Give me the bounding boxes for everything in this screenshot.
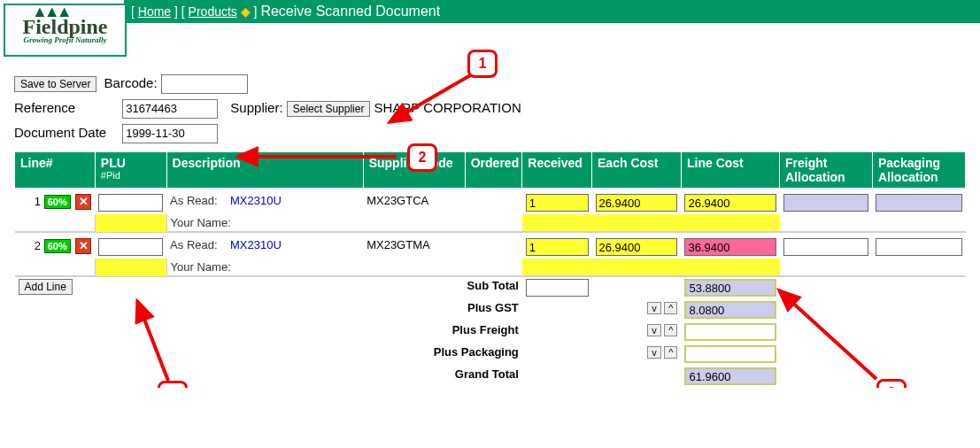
logo: ▲▲▲ Fieldpine Growing Profit Naturally: [4, 4, 127, 57]
freight-alloc-input[interactable]: [783, 238, 869, 256]
document-date-input[interactable]: [122, 124, 218, 143]
gst-up-button[interactable]: ^: [664, 302, 677, 314]
packaging-alloc-input[interactable]: [876, 238, 961, 256]
line-number: 2: [35, 239, 41, 252]
document-date-label: Document Date: [14, 121, 119, 144]
packaging-down-button[interactable]: v: [647, 346, 661, 359]
plu-input[interactable]: [98, 194, 163, 212]
col-description: Description: [166, 152, 363, 189]
line-number: 1: [35, 195, 41, 208]
table-header-row: Line# PLU#Pid Description Supplier Code …: [15, 152, 966, 189]
select-supplier-button[interactable]: Select Supplier: [287, 101, 371, 117]
logo-tagline: Growing Profit Naturally: [5, 35, 125, 44]
barcode-input[interactable]: [161, 74, 248, 94]
supplier-code: MX23GTCA: [363, 189, 465, 214]
reference-input[interactable]: [122, 99, 218, 119]
barcode-label: Barcode:: [104, 72, 158, 95]
col-supplier-code: Supplier Code: [363, 152, 465, 189]
as-read-label: As Read:: [170, 194, 217, 207]
received-input[interactable]: [526, 194, 589, 212]
table-row: Your Name:: [15, 214, 966, 233]
packaging-label: Plus Packaging: [363, 344, 522, 366]
subtotal-input[interactable]: [526, 279, 589, 297]
match-pct-badge: 60%: [44, 195, 71, 209]
as-read-label: As Read:: [170, 238, 217, 251]
your-name-label: Your Name:: [171, 216, 231, 229]
save-to-server-button[interactable]: Save to Server: [14, 76, 96, 92]
freight-down-button[interactable]: v: [647, 324, 661, 336]
freight-label: Plus Freight: [363, 321, 522, 344]
products-icon: ◆: [241, 4, 251, 19]
col-freight-alloc: Freight Allocation: [780, 152, 873, 189]
col-ordered: Ordered: [465, 152, 522, 189]
form-area: Save to Server Barcode: Reference Suppli…: [0, 72, 980, 144]
your-name-label: Your Name:: [171, 260, 231, 274]
delete-line-button[interactable]: ✕: [75, 238, 91, 254]
subtotal-label: Sub Total: [363, 276, 522, 299]
grand-total-label: Grand Total: [363, 366, 522, 388]
freight-alloc-input[interactable]: [783, 194, 869, 212]
lines-table: Line# PLU#Pid Description Supplier Code …: [14, 151, 966, 388]
gst-label: Plus GST: [363, 299, 522, 321]
subtotal-value: [684, 279, 776, 297]
nav-home[interactable]: Home: [138, 4, 171, 19]
table-row: 1 60% ✕ As Read: MX2310U MX23GTCA: [15, 189, 966, 214]
nav-products[interactable]: Products: [189, 4, 237, 19]
col-line-cost: Line Cost: [681, 152, 779, 189]
col-packaging-alloc: Packaging Allocation: [872, 152, 965, 189]
line-cost-input[interactable]: [684, 238, 776, 256]
grand-total-value: [684, 367, 776, 385]
each-cost-input[interactable]: [596, 194, 678, 212]
supplier-code: MX23GTMA: [363, 232, 465, 259]
gst-value: [684, 301, 776, 319]
plu-input[interactable]: [98, 238, 163, 256]
add-line-button[interactable]: Add Line: [19, 279, 73, 295]
each-cost-input[interactable]: [596, 238, 678, 256]
match-pct-badge: 60%: [44, 239, 71, 253]
packaging-value[interactable]: [684, 345, 776, 363]
freight-value[interactable]: [684, 323, 776, 341]
packaging-up-button[interactable]: ^: [664, 346, 677, 359]
freight-up-button[interactable]: ^: [664, 324, 677, 336]
table-row: Your Name:: [15, 259, 966, 277]
table-row: 2 60% ✕ As Read: MX2310U MX23GTMA: [15, 232, 966, 259]
page-title: Receive Scanned Document: [260, 4, 440, 19]
reference-label: Reference: [14, 97, 119, 120]
col-each-cost: Each Cost: [592, 152, 682, 189]
received-input[interactable]: [526, 238, 589, 256]
col-received: Received: [522, 152, 592, 189]
gst-down-button[interactable]: v: [647, 302, 661, 314]
line-cost-input[interactable]: [684, 194, 776, 212]
description-link[interactable]: MX2310U: [230, 238, 282, 251]
col-line: Line#: [15, 152, 96, 189]
supplier-name: SHARP CORPORATION: [374, 100, 521, 115]
packaging-alloc-input[interactable]: [876, 194, 961, 212]
header-bar: [ Home ] [ Products ◆ ] Receive Scanned …: [124, 0, 980, 23]
col-plu: PLU#Pid: [95, 152, 166, 189]
delete-line-button[interactable]: ✕: [75, 194, 91, 210]
description-link[interactable]: MX2310U: [230, 194, 282, 207]
supplier-label: Supplier:: [230, 97, 282, 120]
logo-name: Fieldpine: [5, 18, 125, 35]
